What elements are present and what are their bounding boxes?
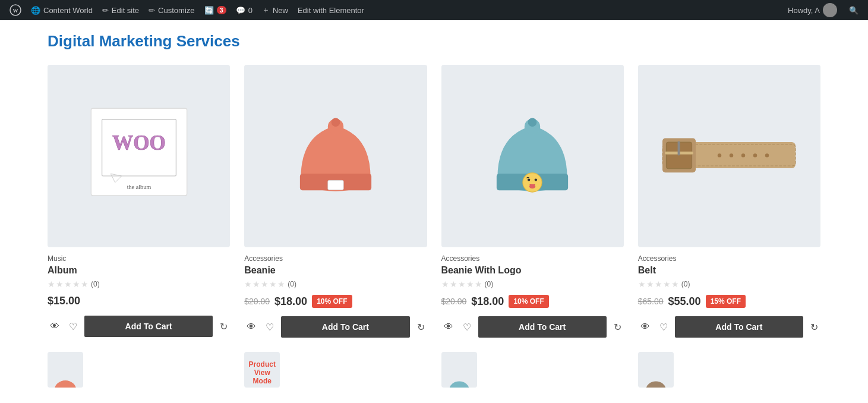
page-heading: Digital Marketing Services [48, 20, 820, 65]
product-image-wrap-0: WOO the album [48, 65, 230, 247]
new-item[interactable]: ＋ New [257, 0, 293, 20]
view-button-0[interactable]: 👁 [48, 319, 62, 334]
content-world-item[interactable]: 🌐 Content World [26, 0, 97, 20]
product-price-2: $20.00 $18.00 10% OFF [441, 295, 624, 308]
product-name-1: Beanie [244, 265, 427, 276]
svg-point-15 [528, 178, 530, 181]
comments-item[interactable]: 💬 0 [231, 0, 257, 20]
edit-site-label: Edit site [112, 6, 139, 15]
compare-button-0[interactable]: ↻ [217, 319, 230, 335]
view-button-3[interactable]: 👁 [638, 319, 652, 335]
review-count-3: (0) [681, 280, 690, 288]
product-image-wrap-partial-3 [441, 352, 477, 388]
search-item[interactable]: 🔍 [844, 0, 863, 20]
product-image-wrap-partial-4 [638, 352, 674, 388]
product-category-1: Accessories [244, 254, 427, 263]
star-empty: ★ [458, 279, 466, 289]
star-empty: ★ [663, 279, 671, 289]
add-to-cart-button-1[interactable]: Add To Cart [281, 316, 409, 338]
star-empty: ★ [48, 279, 55, 289]
partial-image-1 [48, 352, 83, 388]
svg-point-19 [528, 118, 537, 127]
product-image-0: WOO the album [48, 65, 230, 247]
view-button-2[interactable]: 👁 [441, 319, 456, 335]
customize-label: Customize [158, 6, 194, 15]
product-category-3: Accessories [638, 254, 820, 263]
star-empty: ★ [466, 279, 474, 289]
product-card-2: Accessories Beanie With Logo ★★★★★ (0) $… [441, 65, 624, 338]
product-name-3: Belt [638, 265, 820, 276]
wp-logo-icon: W [10, 4, 21, 16]
adminbar-right: Howdy, A 🔍 [783, 0, 863, 20]
svg-rect-25 [678, 141, 680, 155]
product-stars-2: ★★★★★ (0) [441, 279, 624, 289]
star-empty: ★ [450, 279, 457, 289]
product-grid: WOO the album Music Album ★★★★★ (0) $15.… [48, 65, 820, 338]
site-name: Content World [43, 6, 93, 15]
product-category-0: Music [48, 254, 230, 263]
updates-icon: 🔄 [204, 6, 214, 15]
globe-icon: 🌐 [31, 6, 40, 15]
star-empty: ★ [671, 279, 679, 289]
partial-image-3 [441, 352, 477, 388]
review-count-1: (0) [288, 280, 296, 288]
discount-badge-3: 15% OFF [706, 295, 746, 308]
svg-point-16 [535, 178, 537, 181]
wishlist-button-1[interactable]: ♡ [263, 319, 276, 335]
updates-item[interactable]: 🔄 3 [200, 0, 231, 20]
star-empty: ★ [261, 279, 269, 289]
discount-badge-2: 10% OFF [509, 295, 548, 308]
new-label: New [273, 6, 288, 15]
product-image-1 [244, 65, 427, 247]
star-empty: ★ [646, 279, 654, 289]
star-empty: ★ [244, 279, 252, 289]
updates-badge: 3 [217, 6, 226, 14]
wp-logo-item[interactable]: W [5, 0, 26, 20]
product-image-wrap-2 [441, 65, 624, 247]
wishlist-button-2[interactable]: ♡ [460, 319, 474, 335]
star-empty: ★ [72, 279, 80, 289]
discount-badge-1: 10% OFF [312, 295, 352, 308]
add-to-cart-button-3[interactable]: Add To Cart [675, 316, 803, 338]
add-to-cart-button-0[interactable]: Add To Cart [84, 316, 213, 337]
price-original-1: $20.00 [244, 297, 270, 306]
edit-site-item[interactable]: ✏ Edit site [97, 0, 144, 20]
stars-row: ★★★★★ [441, 279, 482, 289]
comments-count: 0 [248, 6, 252, 15]
compare-button-1[interactable]: ↻ [415, 319, 427, 335]
product-stars-0: ★★★★★ (0) [48, 279, 230, 289]
product-card-partial-1 [48, 352, 230, 395]
star-empty: ★ [81, 279, 89, 289]
edit-elementor-item[interactable]: Edit with Elementor [293, 0, 369, 20]
product-card-partial-4 [638, 352, 820, 395]
customize-icon: ✏ [149, 6, 155, 15]
star-empty: ★ [441, 279, 449, 289]
star-empty: ★ [475, 279, 482, 289]
view-button-1[interactable]: 👁 [244, 319, 258, 335]
compare-button-3[interactable]: ↻ [808, 319, 820, 335]
howdy-item[interactable]: Howdy, A [783, 0, 842, 20]
product-actions-0: 👁 ♡ Add To Cart ↻ [48, 316, 230, 337]
wishlist-button-0[interactable]: ♡ [67, 319, 80, 335]
product-price-0: $15.00 [48, 295, 230, 307]
stars-row: ★★★★★ [244, 279, 285, 289]
svg-point-26 [718, 153, 721, 157]
add-to-cart-button-2[interactable]: Add To Cart [478, 316, 607, 338]
product-image-wrap-partial-2: Product View Mode [244, 352, 280, 388]
review-count-0: (0) [91, 280, 100, 288]
compare-button-2[interactable]: ↻ [611, 319, 624, 335]
customize-item[interactable]: ✏ Customize [144, 0, 199, 20]
product-stars-3: ★★★★★ (0) [638, 279, 820, 289]
svg-rect-9 [328, 180, 343, 190]
star-empty: ★ [277, 279, 285, 289]
svg-point-11 [332, 118, 340, 127]
product-image-2 [441, 65, 624, 247]
svg-point-29 [753, 153, 757, 157]
product-stars-1: ★★★★★ (0) [244, 279, 427, 289]
edit-site-icon: ✏ [102, 6, 109, 15]
review-count-2: (0) [485, 280, 494, 288]
svg-point-28 [741, 153, 745, 157]
admin-bar: W 🌐 Content World ✏ Edit site ✏ Customiz… [0, 0, 868, 20]
wishlist-button-3[interactable]: ♡ [657, 319, 670, 335]
product-card-1: Accessories Beanie ★★★★★ (0) $20.00 $18.… [244, 65, 427, 338]
